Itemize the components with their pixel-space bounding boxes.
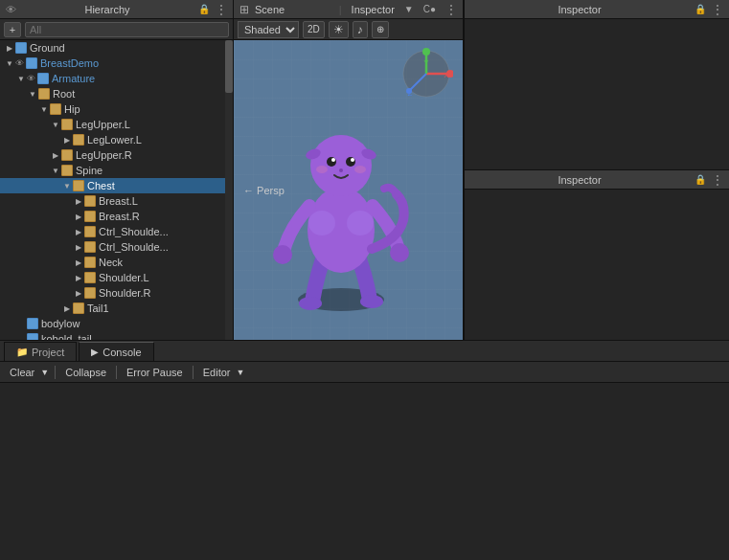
- ctrl-shoulder-r-arrow[interactable]: [73, 239, 84, 255]
- inspector1-more-icon2[interactable]: ⋮: [712, 3, 723, 16]
- lighting-btn[interactable]: ☀: [329, 21, 349, 38]
- hip-label: Hip: [64, 103, 80, 115]
- tree-item-breastdemo[interactable]: 👁 BreastDemo: [0, 56, 233, 71]
- hierarchy-search[interactable]: [25, 22, 229, 37]
- tree-item-ctrl-shoulder-r[interactable]: Ctrl_Shoulde...: [0, 239, 233, 255]
- svg-point-12: [331, 158, 335, 162]
- tree-item-armature[interactable]: 👁 Armature: [0, 71, 233, 86]
- breast-r-arrow[interactable]: [73, 209, 84, 224]
- tree-item-legupper-l[interactable]: LegUpper.L: [0, 117, 233, 132]
- leglower-l-label: LegLower.L: [87, 134, 142, 146]
- scene-header: ⊞ Scene | Inspector ▼ C● ⋮: [234, 0, 463, 19]
- tree-item-kobold-tail[interactable]: kobold_tail: [0, 331, 233, 340]
- breastdemo-arrow[interactable]: [4, 56, 15, 71]
- project-tab-label: Project: [32, 347, 64, 358]
- tree-item-tail1[interactable]: Tail1: [0, 301, 233, 316]
- hierarchy-lock-icon[interactable]: 🔒: [198, 4, 210, 14]
- svg-point-15: [354, 166, 366, 173]
- ctrl-shoulder-l-cube: [84, 226, 96, 237]
- ground-label: Ground: [30, 42, 65, 54]
- clear-dropdown[interactable]: Clear ▼: [6, 365, 49, 380]
- 2d-btn[interactable]: 2D: [303, 21, 325, 38]
- spine-arrow[interactable]: [50, 163, 61, 178]
- tree-item-hip[interactable]: Hip: [0, 101, 233, 117]
- tree-item-ground[interactable]: Ground: [0, 40, 233, 56]
- inspector2-more-icon[interactable]: ⋮: [712, 173, 723, 187]
- inspector2-header: Inspector 🔒 ⋮: [465, 170, 729, 190]
- editor-arrow[interactable]: ▼: [236, 368, 244, 377]
- tree-item-chest[interactable]: Chest: [0, 178, 233, 193]
- tree-item-bodylow[interactable]: bodylow: [0, 316, 233, 331]
- shoulder-l-arrow[interactable]: [73, 270, 84, 285]
- tree-item-spine[interactable]: Spine: [0, 163, 233, 178]
- console-icon: ▶: [91, 347, 99, 357]
- audio-btn[interactable]: ♪: [353, 21, 368, 38]
- tree-item-shoulder-r[interactable]: Shoulder.R: [0, 285, 233, 301]
- tree-item-leglower-l[interactable]: LegLower.L: [0, 132, 233, 147]
- legupper-l-label: LegUpper.L: [76, 119, 130, 130]
- scene-view[interactable]: ← Persp: [234, 40, 463, 340]
- hierarchy-eye-icon: 👁: [6, 4, 16, 15]
- tail1-label: Tail1: [87, 302, 109, 314]
- hierarchy-header: 👁 Hierarchy 🔒 ⋮: [0, 0, 233, 19]
- inspector2-header-title: Inspector: [470, 174, 689, 186]
- scene-more-icon[interactable]: ⋮: [445, 3, 457, 16]
- inspector1-title: Inspector: [352, 4, 395, 15]
- armature-arrow[interactable]: [15, 71, 27, 86]
- hierarchy-title: Hierarchy: [22, 4, 193, 15]
- hierarchy-scrollbar-thumb[interactable]: [225, 40, 233, 93]
- breast-l-arrow[interactable]: [73, 193, 84, 209]
- bodylow-cube: [27, 318, 38, 329]
- clear-button[interactable]: Clear: [6, 365, 38, 380]
- legupper-l-arrow[interactable]: [50, 117, 61, 132]
- ground-arrow[interactable]: [4, 40, 15, 56]
- inspector1-header: Inspector 🔒 ⋮: [465, 0, 729, 19]
- tail1-arrow[interactable]: [61, 301, 73, 316]
- scene-sparkle: C●: [423, 4, 436, 14]
- hierarchy-more-icon[interactable]: ⋮: [216, 3, 227, 16]
- tree-item-shoulder-l[interactable]: Shoulder.L: [0, 270, 233, 285]
- collapse-button[interactable]: Collapse: [61, 365, 110, 380]
- ctrl-shoulder-r-label: Ctrl_Shoulde...: [99, 241, 169, 253]
- tree-item-breast-l[interactable]: Breast.L: [0, 193, 233, 209]
- shading-dropdown[interactable]: Shaded: [238, 21, 299, 38]
- tree-item-root[interactable]: Root: [0, 86, 233, 101]
- editor-dropdown[interactable]: Editor ▼: [199, 365, 245, 380]
- chest-arrow[interactable]: [61, 178, 73, 193]
- scene-separator: |: [339, 4, 342, 15]
- svg-text:X: X: [444, 71, 449, 79]
- svg-text:Y: Y: [423, 58, 429, 67]
- hip-arrow[interactable]: [38, 101, 50, 117]
- hierarchy-content[interactable]: Ground 👁 BreastDemo 👁 Armature: [0, 40, 233, 340]
- inspector1-lock-icon[interactable]: 🔒: [695, 4, 706, 14]
- ctrl-shoulder-l-arrow[interactable]: [73, 224, 84, 239]
- add-button[interactable]: +: [4, 22, 21, 37]
- tree-item-breast-r[interactable]: Breast.R: [0, 209, 233, 224]
- armature-eye: 👁: [27, 74, 35, 83]
- tree-item-legupper-r[interactable]: LegUpper.R: [0, 147, 233, 163]
- fx-btn[interactable]: ⊕: [372, 21, 389, 38]
- clear-arrow[interactable]: ▼: [40, 368, 49, 377]
- svg-point-7: [390, 243, 409, 262]
- inspector1-more-icon[interactable]: ▼: [404, 4, 414, 14]
- console-tab-label: Console: [103, 347, 141, 358]
- hierarchy-scrollbar-track[interactable]: [225, 40, 233, 340]
- scene-title: Scene: [255, 4, 330, 15]
- tail1-cube: [73, 302, 84, 314]
- tree-item-neck[interactable]: Neck: [0, 255, 233, 270]
- leglower-l-arrow[interactable]: [61, 132, 73, 147]
- svg-point-1: [299, 297, 322, 310]
- editor-button[interactable]: Editor: [199, 365, 235, 380]
- inspector2-lock-icon[interactable]: 🔒: [695, 174, 706, 185]
- error-pause-button[interactable]: Error Pause: [123, 365, 187, 380]
- root-arrow[interactable]: [27, 86, 38, 101]
- shoulder-r-arrow[interactable]: [73, 285, 84, 301]
- tab-project[interactable]: 📁 Project: [4, 342, 77, 361]
- root-label: Root: [53, 88, 75, 100]
- tab-console[interactable]: ▶ Console: [79, 342, 153, 361]
- neck-arrow[interactable]: [73, 255, 84, 270]
- inspector-panels: Inspector 🔒 ⋮ Inspector 🔒 ⋮: [464, 0, 729, 340]
- tree-item-ctrl-shoulder-l[interactable]: Ctrl_Shoulde...: [0, 224, 233, 239]
- svg-point-2: [360, 295, 383, 308]
- legupper-r-arrow[interactable]: [50, 147, 61, 163]
